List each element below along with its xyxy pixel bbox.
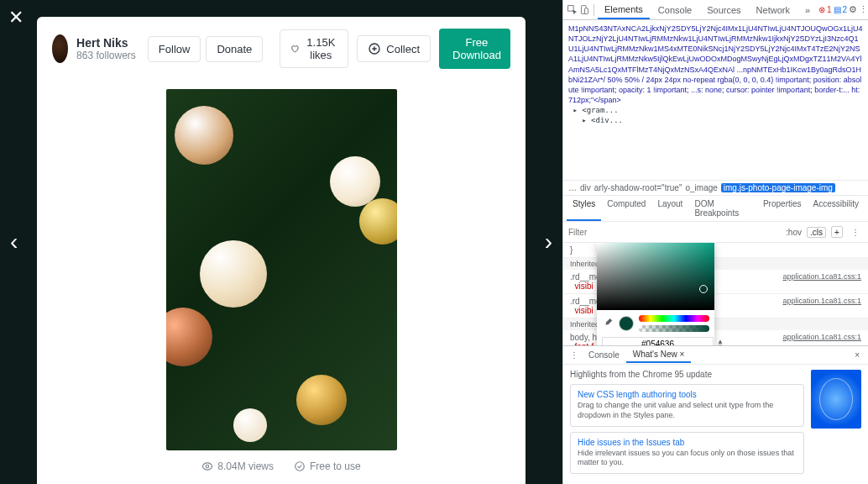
info-badge[interactable]: ▤2: [834, 5, 848, 14]
check-circle-icon: [294, 460, 306, 472]
donate-button[interactable]: Donate: [206, 36, 263, 62]
close-icon[interactable]: ✕: [8, 7, 24, 29]
eye-icon: [201, 460, 213, 472]
error-badge[interactable]: ⊗1: [818, 5, 832, 14]
color-swatch: [619, 316, 634, 331]
whatsnew-illustration: [811, 370, 861, 429]
like-button[interactable]: 1.15K likes: [280, 29, 348, 68]
color-picker: ▲▼ HEX No contrast information available: [597, 243, 714, 345]
subtab-dom[interactable]: DOM Breakpoints: [688, 196, 757, 221]
tip-card: New CSS length authoring tools Drag to c…: [570, 384, 804, 426]
breadcrumb[interactable]: … div arly-shadow-root="true" o_image im…: [563, 180, 868, 196]
tip-card: Hide issues in the Issues tab Hide irrel…: [570, 432, 804, 474]
styles-more-icon[interactable]: ⋮: [848, 224, 863, 239]
subtab-styles[interactable]: Styles: [567, 196, 601, 221]
subtab-layout[interactable]: Layout: [651, 196, 688, 221]
color-sv-field[interactable]: [597, 243, 714, 310]
tip-link[interactable]: New CSS length authoring tools: [578, 390, 797, 399]
follower-count: 863 followers: [76, 50, 136, 61]
author-actions: Follow Donate: [148, 36, 264, 62]
tab-more[interactable]: »: [798, 2, 817, 18]
photo-modal: Hert Niks 863 followers Follow Donate 1.…: [37, 17, 526, 484]
download-label: Free Download: [439, 29, 510, 69]
hex-input[interactable]: [602, 337, 714, 345]
author-block: Hert Niks 863 followers: [76, 36, 136, 61]
subtab-computed[interactable]: Computed: [601, 196, 651, 221]
devtools-panel: Elements Console Sources Network » ⊗1 ▤2…: [562, 0, 868, 484]
tab-sources[interactable]: Sources: [700, 2, 747, 18]
drawer-close-icon[interactable]: ×: [850, 350, 865, 360]
device-icon[interactable]: [579, 3, 590, 18]
tip-link[interactable]: Hide issues in the Issues tab: [578, 438, 797, 447]
modal-header: Hert Niks 863 followers Follow Donate 1.…: [37, 17, 526, 81]
prev-arrow-icon[interactable]: ‹: [10, 229, 18, 255]
subtab-props[interactable]: Properties: [757, 196, 808, 221]
drawer-menu-icon[interactable]: ⋮: [567, 348, 582, 363]
tab-console[interactable]: Console: [651, 2, 698, 18]
next-arrow-icon[interactable]: ›: [545, 229, 552, 255]
elements-tree[interactable]: M1pNNS43NTAxNCA2LjkxNjY2SDY5LjY2Njc4IMx1…: [563, 20, 868, 180]
gear-icon[interactable]: ⚙: [849, 3, 857, 18]
download-button[interactable]: Free Download: [439, 29, 510, 69]
tip-desc: Drag to change the unit value and select…: [578, 401, 797, 420]
svg-rect-5: [585, 8, 588, 14]
heart-icon: [290, 42, 299, 55]
cls-toggle[interactable]: .cls: [807, 227, 826, 238]
format-toggle-icon[interactable]: ▲▼: [717, 339, 724, 345]
drawer-tab-whatsnew[interactable]: What's New ×: [626, 347, 692, 363]
devtools-drawer: ⋮ Console What's New × × Highlights from…: [563, 345, 868, 484]
styles-filter-row: :hov .cls + ⋮: [563, 222, 868, 243]
photo-container: [37, 81, 526, 452]
follow-button[interactable]: Follow: [148, 36, 201, 62]
hue-slider[interactable]: [639, 315, 709, 322]
new-rule-button[interactable]: +: [831, 226, 843, 238]
styles-subtabs: Styles Computed Layout DOM Breakpoints P…: [563, 196, 868, 222]
page-backdrop: ✕ ‹ › Hert Niks 863 followers Follow Don…: [0, 0, 562, 484]
highlights-heading: Highlights from the Chrome 95 update: [570, 370, 804, 379]
svg-point-1: [207, 465, 210, 468]
avatar[interactable]: [52, 34, 68, 63]
svg-point-2: [295, 462, 305, 471]
license-label: Free to use: [294, 460, 361, 472]
tab-elements[interactable]: Elements: [598, 1, 650, 19]
like-count: 1.15K likes: [304, 36, 337, 61]
drawer-tab-console[interactable]: Console: [582, 348, 626, 362]
styles-filter-input[interactable]: [568, 228, 675, 237]
eyedropper-icon[interactable]: [602, 318, 614, 329]
views-count: 8.04M views: [201, 460, 274, 472]
photo-meta: 8.04M views Free to use: [37, 452, 526, 484]
main-photo[interactable]: [166, 89, 397, 450]
tip-desc: Hide irrelevant issues so you can focus …: [578, 449, 797, 468]
inspect-icon[interactable]: [567, 3, 578, 18]
collect-button[interactable]: Collect: [357, 35, 431, 62]
devtools-toolbar: Elements Console Sources Network » ⊗1 ▤2…: [563, 0, 868, 20]
subtab-a11y[interactable]: Accessibility: [808, 196, 865, 221]
hov-toggle[interactable]: :hov: [786, 228, 802, 237]
drawer-tabs: ⋮ Console What's New × ×: [563, 346, 868, 365]
styles-pane[interactable]: } Inherited f application.1ca81.css:1.rd…: [563, 243, 868, 345]
collect-label: Collect: [386, 43, 420, 55]
author-name[interactable]: Hert Niks: [76, 36, 136, 50]
tab-network[interactable]: Network: [750, 2, 797, 18]
kebab-icon[interactable]: ⋮: [859, 3, 868, 18]
alpha-slider[interactable]: [639, 325, 709, 332]
plus-circle-icon: [368, 42, 381, 55]
